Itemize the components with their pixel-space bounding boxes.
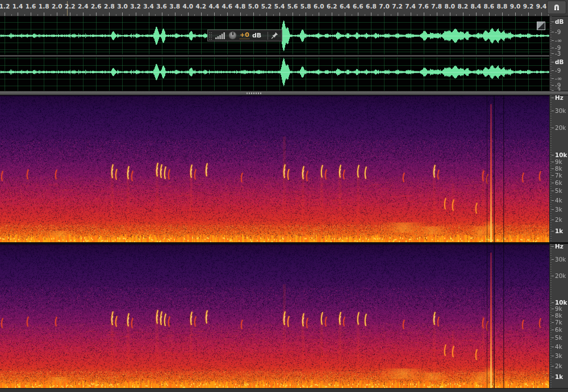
snap-toggle-button[interactable] [547,1,566,14]
ruler-time-label: 2.0 [52,3,62,10]
gain-value[interactable]: +0 [240,32,249,39]
ruler-tick-minor [37,14,38,16]
ruler-tick [70,12,70,16]
ruler-tick [201,12,202,16]
scale-label: 9k [555,305,562,312]
audio-editor-window: { "ruler": { "px_start": 8, "px_per_step… [0,0,568,392]
scale-label: 6k [555,179,562,186]
panel-splitter[interactable] [0,91,568,95]
scale-label: Hz [555,94,563,101]
scale-label: 7k [555,319,562,326]
ruler-tick [31,12,31,16]
ruler-tick-minor [24,14,25,16]
waveform-canvas[interactable] [0,16,549,91]
ruler-tick [384,12,385,16]
ruler-tick-minor [142,14,143,16]
frequency-scale-top[interactable]: Hz30k20k10k9k8k7k6k5k4k3k2k1k [549,95,568,242]
scale-label: 30k [555,256,566,263]
waveform-display[interactable] [0,16,549,91]
ruler-time-label: 8.8 [497,3,508,10]
ruler-tick-minor [207,14,208,16]
volume-levels-icon [215,32,225,39]
ruler-tick-minor [391,14,391,16]
gain-knob[interactable] [228,31,237,40]
ruler-tick-minor [273,14,274,16]
ruler-time-label: 3.4 [143,3,154,10]
ruler-tick [279,12,280,16]
ruler-time-label: 3.0 [117,3,128,10]
scale-label: 8k [555,312,562,319]
scale-label: 2k [555,216,562,223]
ruler-time-label: 2.8 [104,3,115,10]
ruler-tick-minor [548,14,549,16]
ruler-time-label: 8.2 [457,3,468,10]
ruler-time-label: 4.2 [195,3,206,10]
ruler-time-label: 5.2 [261,3,272,10]
ruler-time-label: 9.4 [536,3,547,10]
ruler-tick [214,12,215,16]
ruler-tick [122,12,123,16]
volume-hud[interactable]: +0 dB [207,29,282,41]
ruler-tick [293,12,293,16]
spectrogram-bottom[interactable] [0,244,549,388]
hud-drag-handle-icon[interactable] [209,32,212,40]
pin-icon[interactable] [271,32,278,39]
ruler-time-label: 3.6 [156,3,167,10]
bottom-edge [0,388,568,392]
scale-label: 1k [555,373,563,380]
ruler-tick [345,12,345,16]
ruler-time-label: 1.6 [26,3,36,10]
ruler-tick-minor [286,14,287,16]
ruler-tick [44,12,44,16]
ruler-tick-minor [194,14,195,16]
ruler-tick [175,12,176,16]
ruler-time-label: 5.4 [274,3,285,10]
ruler-tick-minor [495,14,496,16]
ruler-tick [476,12,477,16]
scale-label: 1k [555,227,563,234]
ruler-time-label: 4.6 [222,3,233,10]
ruler-time-label: 2.2 [65,3,76,10]
ruler-tick [424,12,424,16]
fade-handle-icon[interactable] [537,22,545,30]
scale-label: 4k [555,343,562,350]
scale-label: 8k [555,165,562,172]
ruler-tick [528,12,529,16]
ruler-tick-minor [417,14,417,16]
ruler-tick [5,12,5,16]
scale-label: -∞ [555,75,562,82]
scale-label: Hz [555,243,563,250]
scale-label: 3k [555,352,562,359]
splitter-grip-icon[interactable] [247,92,261,94]
ruler-tick [57,12,57,16]
ruler-time-label: 8.0 [444,3,455,10]
frequency-scale-bottom[interactable]: Hz30k20k10k9k8k7k6k5k4k3k2k1k [549,244,568,388]
ruler-tick-minor [404,14,404,16]
time-ruler[interactable]: 1.21.41.61.82.02.22.42.62.83.03.23.43.63… [0,0,568,16]
scale-label: 20k [555,272,566,279]
ruler-tick-minor [508,14,509,16]
ruler-time-label: 7.2 [392,3,403,10]
ruler-tick-minor [103,14,103,16]
ruler-time-label: 5.8 [300,3,311,10]
ruler-tick-minor [443,14,444,16]
ruler-tick-minor [11,14,12,16]
ruler-tick [136,12,136,16]
spectrogram-canvas-top[interactable] [0,95,549,242]
scale-label: 5k [555,334,562,341]
ruler-time-label: 7.0 [379,3,390,10]
ruler-tick-minor [168,14,169,16]
scale-label: dB [555,18,564,25]
ruler-tick [266,12,267,16]
spectrogram-top[interactable] [0,95,549,242]
ruler-tick [188,12,189,16]
spectrogram-canvas-bottom[interactable] [0,244,549,388]
ruler-tick [332,12,332,16]
ruler-tick-minor [535,14,536,16]
ruler-tick [489,12,490,16]
ruler-tick-minor [220,14,221,16]
amplitude-scale[interactable]: dB-9-∞-9-3dB-9-∞-9-3 [549,16,568,91]
ruler-time-label: 6.2 [327,3,337,10]
ruler-time-label: 4.8 [235,3,246,10]
ruler-tick [96,12,97,16]
